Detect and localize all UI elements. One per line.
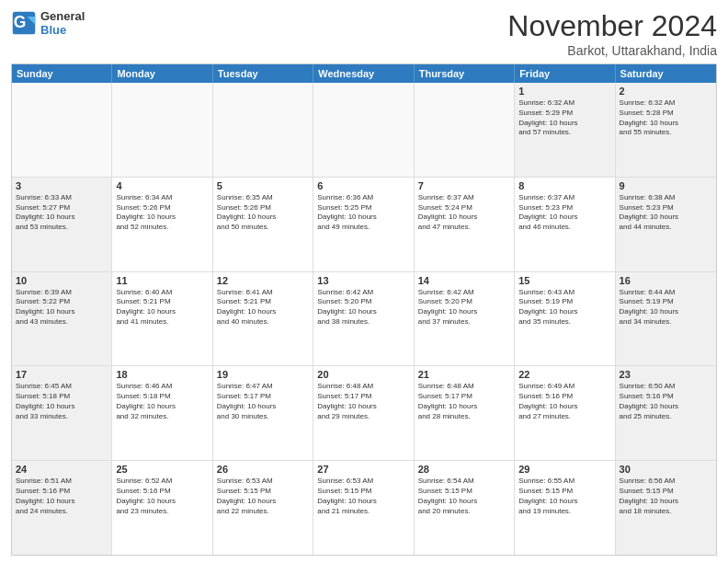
- day-number: 14: [418, 275, 510, 286]
- header-day-thursday: Thursday: [415, 64, 515, 83]
- calendar-cell: 19Sunrise: 6:47 AM Sunset: 5:17 PM Dayli…: [213, 366, 313, 460]
- calendar-cell: 10Sunrise: 6:39 AM Sunset: 5:22 PM Dayli…: [12, 272, 112, 366]
- day-number: 10: [16, 275, 108, 286]
- location: Barkot, Uttarakhand, India: [507, 43, 717, 58]
- cell-info: Sunrise: 6:56 AM Sunset: 5:15 PM Dayligh…: [620, 477, 712, 516]
- calendar-cell: 22Sunrise: 6:49 AM Sunset: 5:16 PM Dayli…: [515, 366, 615, 460]
- day-number: 3: [16, 180, 108, 191]
- cell-info: Sunrise: 6:41 AM Sunset: 5:21 PM Dayligh…: [217, 288, 309, 327]
- day-number: 29: [518, 464, 610, 475]
- cell-info: Sunrise: 6:52 AM Sunset: 5:16 PM Dayligh…: [116, 477, 208, 516]
- svg-text:G: G: [14, 13, 27, 31]
- cell-info: Sunrise: 6:37 AM Sunset: 5:23 PM Dayligh…: [518, 193, 610, 233]
- day-number: 20: [317, 369, 409, 380]
- day-number: 13: [317, 275, 409, 286]
- day-number: 26: [217, 464, 309, 475]
- calendar-cell: 20Sunrise: 6:48 AM Sunset: 5:17 PM Dayli…: [313, 366, 414, 460]
- calendar-cell: 16Sunrise: 6:44 AM Sunset: 5:19 PM Dayli…: [616, 272, 716, 366]
- cell-info: Sunrise: 6:34 AM Sunset: 5:26 PM Dayligh…: [116, 193, 208, 233]
- header-day-monday: Monday: [112, 64, 212, 83]
- calendar-cell: 6Sunrise: 6:36 AM Sunset: 5:25 PM Daylig…: [313, 178, 414, 271]
- day-number: 2: [620, 86, 712, 97]
- day-number: 23: [620, 369, 712, 380]
- calendar-cell: 3Sunrise: 6:33 AM Sunset: 5:27 PM Daylig…: [12, 178, 112, 271]
- day-number: 30: [620, 464, 712, 475]
- cell-info: Sunrise: 6:42 AM Sunset: 5:20 PM Dayligh…: [418, 288, 510, 327]
- cell-info: Sunrise: 6:47 AM Sunset: 5:17 PM Dayligh…: [217, 382, 309, 421]
- day-number: 17: [16, 369, 108, 380]
- calendar-cell: 12Sunrise: 6:41 AM Sunset: 5:21 PM Dayli…: [213, 272, 313, 366]
- page: G General Blue November 2024 Barkot, Utt…: [0, 0, 728, 563]
- title-block: November 2024 Barkot, Uttarakhand, India: [507, 9, 717, 58]
- cell-info: Sunrise: 6:44 AM Sunset: 5:19 PM Dayligh…: [620, 288, 712, 327]
- day-number: 8: [518, 180, 610, 191]
- calendar-cell: 13Sunrise: 6:42 AM Sunset: 5:20 PM Dayli…: [313, 272, 414, 366]
- header: G General Blue November 2024 Barkot, Utt…: [11, 9, 717, 58]
- cell-info: Sunrise: 6:37 AM Sunset: 5:24 PM Dayligh…: [418, 193, 510, 233]
- header-day-saturday: Saturday: [616, 64, 716, 83]
- calendar-cell: 2Sunrise: 6:32 AM Sunset: 5:28 PM Daylig…: [616, 83, 716, 177]
- day-number: 7: [418, 180, 510, 191]
- cell-info: Sunrise: 6:51 AM Sunset: 5:16 PM Dayligh…: [16, 477, 108, 516]
- calendar-cell: [12, 83, 112, 177]
- day-number: 5: [217, 180, 309, 191]
- cell-info: Sunrise: 6:48 AM Sunset: 5:17 PM Dayligh…: [418, 382, 510, 421]
- cell-info: Sunrise: 6:32 AM Sunset: 5:29 PM Dayligh…: [518, 98, 610, 138]
- calendar-cell: 5Sunrise: 6:35 AM Sunset: 5:26 PM Daylig…: [213, 178, 313, 271]
- calendar-cell: 27Sunrise: 6:53 AM Sunset: 5:15 PM Dayli…: [313, 461, 414, 555]
- day-number: 11: [116, 275, 208, 286]
- day-number: 16: [620, 275, 712, 286]
- day-number: 25: [116, 464, 208, 475]
- calendar-cell: [415, 83, 515, 177]
- header-day-friday: Friday: [515, 64, 615, 83]
- cell-info: Sunrise: 6:48 AM Sunset: 5:17 PM Dayligh…: [317, 382, 409, 421]
- calendar-cell: [313, 83, 414, 177]
- header-day-tuesday: Tuesday: [213, 64, 313, 83]
- calendar-cell: 25Sunrise: 6:52 AM Sunset: 5:16 PM Dayli…: [112, 461, 212, 555]
- day-number: 22: [518, 369, 610, 380]
- cell-info: Sunrise: 6:40 AM Sunset: 5:21 PM Dayligh…: [116, 288, 208, 327]
- cell-info: Sunrise: 6:53 AM Sunset: 5:15 PM Dayligh…: [217, 477, 309, 516]
- cell-info: Sunrise: 6:45 AM Sunset: 5:18 PM Dayligh…: [16, 382, 108, 421]
- calendar-cell: 8Sunrise: 6:37 AM Sunset: 5:23 PM Daylig…: [515, 178, 615, 271]
- calendar-row-5: 24Sunrise: 6:51 AM Sunset: 5:16 PM Dayli…: [12, 460, 716, 555]
- cell-info: Sunrise: 6:50 AM Sunset: 5:16 PM Dayligh…: [620, 382, 712, 421]
- calendar-header: SundayMondayTuesdayWednesdayThursdayFrid…: [12, 64, 716, 83]
- day-number: 9: [620, 180, 712, 191]
- cell-info: Sunrise: 6:32 AM Sunset: 5:28 PM Dayligh…: [620, 98, 712, 138]
- logo-text: General Blue: [40, 9, 85, 37]
- calendar-cell: 14Sunrise: 6:42 AM Sunset: 5:20 PM Dayli…: [415, 272, 515, 366]
- calendar-cell: [213, 83, 313, 177]
- logo: G General Blue: [11, 9, 85, 37]
- calendar-cell: 15Sunrise: 6:43 AM Sunset: 5:19 PM Dayli…: [515, 272, 615, 366]
- calendar-body: 1Sunrise: 6:32 AM Sunset: 5:29 PM Daylig…: [12, 83, 716, 555]
- calendar-row-2: 3Sunrise: 6:33 AM Sunset: 5:27 PM Daylig…: [12, 177, 716, 271]
- calendar-cell: 23Sunrise: 6:50 AM Sunset: 5:16 PM Dayli…: [616, 366, 716, 460]
- day-number: 1: [518, 86, 610, 97]
- calendar-cell: 9Sunrise: 6:38 AM Sunset: 5:23 PM Daylig…: [616, 178, 716, 271]
- cell-info: Sunrise: 6:42 AM Sunset: 5:20 PM Dayligh…: [317, 288, 409, 327]
- day-number: 15: [518, 275, 610, 286]
- day-number: 27: [317, 464, 409, 475]
- calendar-cell: 11Sunrise: 6:40 AM Sunset: 5:21 PM Dayli…: [112, 272, 212, 366]
- calendar-row-3: 10Sunrise: 6:39 AM Sunset: 5:22 PM Dayli…: [12, 271, 716, 366]
- cell-info: Sunrise: 6:49 AM Sunset: 5:16 PM Dayligh…: [518, 382, 610, 421]
- calendar-cell: 17Sunrise: 6:45 AM Sunset: 5:18 PM Dayli…: [12, 366, 112, 460]
- day-number: 19: [217, 369, 309, 380]
- cell-info: Sunrise: 6:46 AM Sunset: 5:18 PM Dayligh…: [116, 382, 208, 421]
- calendar-cell: [112, 83, 212, 177]
- cell-info: Sunrise: 6:53 AM Sunset: 5:15 PM Dayligh…: [317, 477, 409, 516]
- calendar: SundayMondayTuesdayWednesdayThursdayFrid…: [11, 63, 717, 556]
- day-number: 6: [317, 180, 409, 191]
- day-number: 12: [217, 275, 309, 286]
- cell-info: Sunrise: 6:33 AM Sunset: 5:27 PM Dayligh…: [16, 193, 108, 233]
- calendar-cell: 1Sunrise: 6:32 AM Sunset: 5:29 PM Daylig…: [515, 83, 615, 177]
- calendar-cell: 7Sunrise: 6:37 AM Sunset: 5:24 PM Daylig…: [415, 178, 515, 271]
- calendar-cell: 21Sunrise: 6:48 AM Sunset: 5:17 PM Dayli…: [415, 366, 515, 460]
- cell-info: Sunrise: 6:43 AM Sunset: 5:19 PM Dayligh…: [518, 288, 610, 327]
- calendar-row-4: 17Sunrise: 6:45 AM Sunset: 5:18 PM Dayli…: [12, 365, 716, 460]
- header-day-sunday: Sunday: [12, 64, 112, 83]
- cell-info: Sunrise: 6:39 AM Sunset: 5:22 PM Dayligh…: [16, 288, 108, 327]
- month-title: November 2024: [507, 9, 717, 43]
- cell-info: Sunrise: 6:36 AM Sunset: 5:25 PM Dayligh…: [317, 193, 409, 233]
